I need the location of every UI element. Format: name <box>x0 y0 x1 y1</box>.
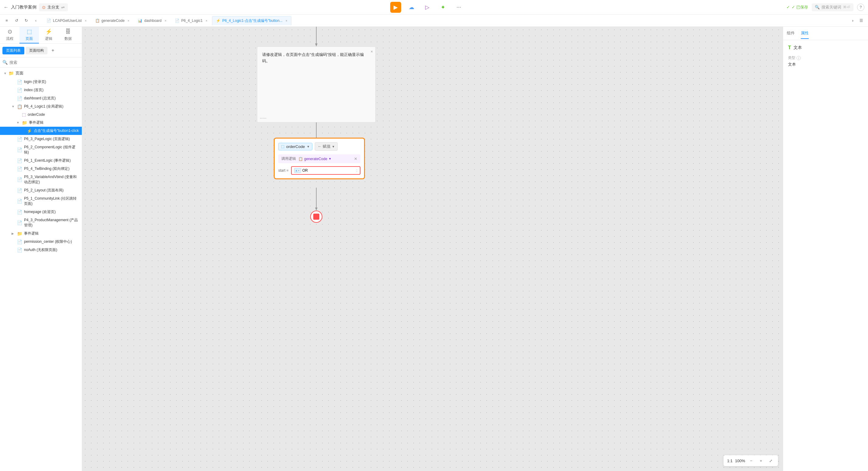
tab-close-icon[interactable]: × <box>206 19 208 23</box>
tree-item-homepage[interactable]: 📄 homepage (欢迎页) <box>0 208 82 216</box>
param-tag-remove-button[interactable]: × <box>298 169 300 172</box>
nav-tab-data[interactable]: 🗄 数据 <box>58 27 78 43</box>
page-icon: 📄 <box>17 210 22 214</box>
item-label: 事件逻辑 <box>29 120 80 125</box>
zoom-percent: 100% <box>735 459 745 463</box>
tree-item-login[interactable]: 📄 login (登录页) <box>0 78 82 86</box>
run-button[interactable]: ▷ <box>422 2 433 13</box>
page-structure-button[interactable]: 页面结构 <box>26 47 48 55</box>
tree-item-p4-3[interactable]: 📄 P4_3_ProductManagement (产品管理) <box>0 216 82 229</box>
sync-icon: ⇌ <box>61 5 65 10</box>
cloud-button[interactable]: ☁ <box>406 2 417 13</box>
call-logic-delete-button[interactable]: ✕ <box>354 157 358 161</box>
nav-tab-flow[interactable]: ⊙ 流程 <box>0 27 20 43</box>
comment-dots: ..... <box>260 114 267 120</box>
tree-item-p5-1[interactable]: 📄 P5_1_CommunityLink (社区跳转页面) <box>0 195 82 208</box>
branch-selector[interactable]: ⊙ 主分支 ⇌ <box>39 3 68 11</box>
tab-close-icon[interactable]: × <box>85 19 87 23</box>
search-area[interactable]: 🔍 搜索关键词 ⌘+F <box>812 3 854 11</box>
tree-section-pages[interactable]: ▼ 📁 页面 <box>0 69 82 78</box>
zoom-ratio: 1:1 <box>727 459 733 463</box>
sidebar-search-input[interactable] <box>9 60 80 65</box>
tree-item-no-auth[interactable]: 📄 noAuth (无权限页面) <box>0 246 82 254</box>
param-value-input[interactable]: x × : <box>291 166 361 175</box>
tree-item-p6-4-logic1[interactable]: ▼ 📋 P6_4_Logic1 (全局逻辑) <box>0 102 82 111</box>
param-input[interactable] <box>302 168 355 173</box>
svg-marker-5 <box>315 207 317 210</box>
param-tag[interactable]: x × <box>294 168 301 173</box>
add-page-button[interactable]: + <box>49 46 57 55</box>
folder-icon: 📁 <box>8 71 14 76</box>
tree-item-p5-2[interactable]: 📄 P5_2_Layout (页面布局) <box>0 186 82 195</box>
item-label: homepage (欢迎页) <box>24 209 80 214</box>
components-tab[interactable]: 组件 <box>787 28 795 39</box>
tab-collapse-button[interactable]: ≡ <box>2 16 11 25</box>
call-logic-name-selector[interactable]: 📋 generateCode ▼ <box>298 157 332 161</box>
item-label: P5_4_TwBinding (双向绑定) <box>24 166 80 171</box>
tab-close-icon[interactable]: × <box>164 19 166 23</box>
tab-lcap-get-user-list[interactable]: 📄 LCAPGetUserList × <box>42 16 91 25</box>
nav-tab-page[interactable]: ⬚ 页面 <box>20 27 39 43</box>
tab-close-icon[interactable]: × <box>286 19 287 23</box>
tab-generate-code[interactable]: 📋 generateCode × <box>91 16 133 25</box>
param-more-button[interactable]: : <box>356 168 358 173</box>
folder-icon: 📁 <box>22 120 27 125</box>
param-tag-text: x <box>296 169 298 172</box>
zoom-minus-button[interactable]: − <box>748 457 755 464</box>
tree-item-dashboard[interactable]: 📄 dashboard (总览页) 🏠 <box>0 94 82 102</box>
tree-item-p6-3[interactable]: 📄 P6_3_PageLogic (页面逻辑) <box>0 135 82 143</box>
var-icon: ⬚ <box>281 144 284 148</box>
tab-undo-button[interactable]: ↺ <box>12 16 21 25</box>
tree-item-order-code[interactable]: ⬚ orderCode <box>0 111 82 119</box>
tab-p6-4-logic1[interactable]: 📄 P6_4_Logic1 × <box>171 16 211 25</box>
properties-tab[interactable]: 属性 <box>801 28 809 39</box>
tab-back-button[interactable]: ‹ <box>32 16 40 25</box>
comment-close-button[interactable]: × <box>370 49 373 54</box>
item-label: permission_center (权限中心) <box>24 239 80 244</box>
item-label: P6_4_Logic1 (全局逻辑) <box>24 104 80 109</box>
tree-item-p5-3[interactable]: 📄 P5_3_VariableAndVbind (变量和动态绑定) <box>0 173 82 186</box>
page-list-button[interactable]: 页面列表 <box>2 47 24 55</box>
page-icon: 📄 <box>17 248 22 253</box>
assign-op-selector[interactable]: ← 赋值 ▼ <box>315 142 338 151</box>
tree-item-permission[interactable]: 📄 permission_center (权限中心) <box>0 238 82 246</box>
item-label: orderCode <box>28 112 80 117</box>
tab-close-icon[interactable]: × <box>128 19 130 23</box>
tree-item-p5-4[interactable]: 📄 P5_4_TwBinding (双向绑定) <box>0 165 82 173</box>
tab-redo-button[interactable]: ↻ <box>22 16 30 25</box>
tree-area: ▼ 📁 页面 📄 login (登录页) 📄 index (首页) <box>0 67 82 471</box>
zoom-fit-button[interactable]: ⤢ <box>767 457 774 464</box>
settings-button[interactable]: ✦ <box>438 2 448 13</box>
tree-item-p6-1[interactable]: 📄 P6_1_EventLogic (事件逻辑) <box>0 157 82 165</box>
tree-item-p6-2[interactable]: 📄 P6_2_ComponentLogic (组件逻辑) <box>0 143 82 157</box>
item-label: 点击"生成编号"button1-click <box>34 128 80 133</box>
tree-item-btn-click[interactable]: ⚡ 点击"生成编号"button1-click <box>0 127 82 135</box>
tree-item-event-logic2[interactable]: ▶ 📁 事件逻辑 <box>0 229 82 238</box>
search-icon: 🔍 <box>815 5 819 9</box>
play-button[interactable]: ▶ <box>390 2 401 13</box>
main-canvas[interactable]: × 请修改逻辑，在页面中点击"生成编码"按钮，能正确显示编码。 ..... ⬚ … <box>82 27 783 471</box>
assign-header: ⬚ orderCode ▼ ← 赋值 ▼ <box>278 142 361 151</box>
tabs-expand-button[interactable]: ☰ <box>857 16 866 25</box>
tree-item-event-logic-folder[interactable]: ▼ 📁 事件逻辑 <box>0 119 82 127</box>
zoom-plus-button[interactable]: + <box>757 457 765 464</box>
tabs-list: 📄 LCAPGetUserList × 📋 generateCode × 📊 d… <box>42 16 848 25</box>
right-panel-content: T 文本 类型 i 文本 <box>783 40 868 471</box>
save-status: ✓ ✓ 已保存 <box>786 5 808 10</box>
main-layout: ⊙ 流程 ⬚ 页面 ⚡ 逻辑 🗄 数据 页面列表 页面结构 + 🔍 <box>0 27 868 471</box>
help-button[interactable]: ? <box>857 4 864 11</box>
tab-p6-4-logic1-active[interactable]: ⚡ P6_4_Logic1-点击"生成编号"button... × <box>212 16 291 25</box>
tab-dashboard[interactable]: 📊 dashboard × <box>134 16 170 25</box>
left-sidebar: ⊙ 流程 ⬚ 页面 ⚡ 逻辑 🗄 数据 页面列表 页面结构 + 🔍 <box>0 27 82 471</box>
event-icon: ⚡ <box>27 129 32 133</box>
tree-item-index[interactable]: 📄 index (首页) <box>0 86 82 94</box>
flow-canvas[interactable]: × 请修改逻辑，在页面中点击"生成编码"按钮，能正确显示编码。 ..... ⬚ … <box>82 27 783 471</box>
nav-tab-logic[interactable]: ⚡ 逻辑 <box>39 27 58 43</box>
assign-var-selector[interactable]: ⬚ orderCode ▼ <box>278 143 312 150</box>
tab-icon: 📄 <box>175 19 180 23</box>
page-icon: 📄 <box>17 167 22 171</box>
back-button[interactable]: ← <box>4 5 8 10</box>
more-button[interactable]: ··· <box>454 2 464 13</box>
tab-label: generateCode <box>101 19 125 23</box>
tabs-more-button[interactable]: › <box>848 16 857 25</box>
